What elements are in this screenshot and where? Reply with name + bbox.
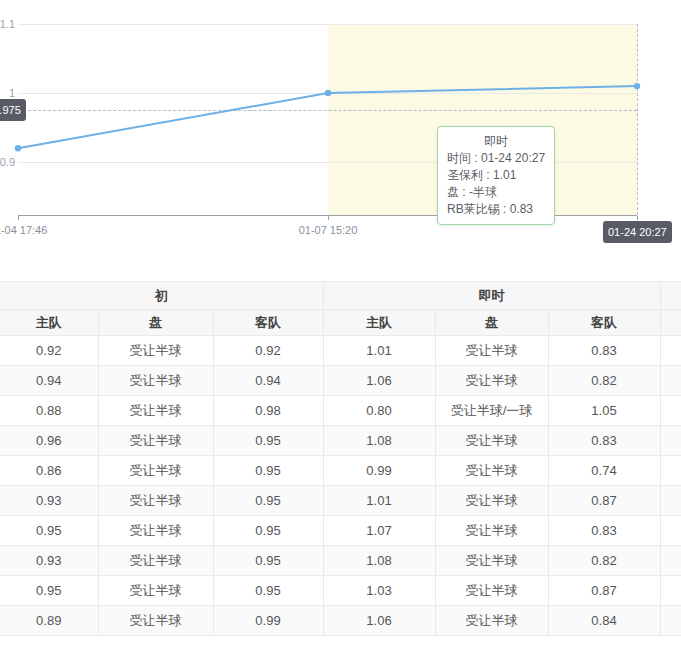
table-cell (660, 486, 681, 516)
y-grid-line (18, 93, 637, 94)
table-cell (660, 366, 681, 396)
table-cell: 受让半球 (435, 516, 548, 546)
group-header-live: 即时 (323, 282, 660, 310)
table-cell: 0.80 (323, 396, 435, 426)
table-cell: 0.94 (0, 366, 98, 396)
col-header-home-live: 主队 (323, 310, 435, 336)
table-cell: 0.87 (548, 576, 660, 606)
table-row: 0.88受让半球0.980.80受让半球/一球1.05 (0, 396, 681, 426)
table-row: 0.93受让半球0.951.08受让半球0.82 (0, 546, 681, 576)
odds-table: 初 即时 主队 盘 客队 主队 盘 客队 0.92受让半球0.921.01受让半… (0, 281, 681, 636)
table-cell: 0.87 (548, 486, 660, 516)
table-cell (660, 516, 681, 546)
y-grid-line (18, 24, 637, 25)
table-cell: 1.01 (323, 336, 435, 366)
x-axis-tick (637, 216, 638, 220)
table-cell: 0.74 (548, 456, 660, 486)
table-cell: 0.83 (548, 336, 660, 366)
table-cell: 受让半球 (435, 426, 548, 456)
group-header-initial: 初 (0, 282, 323, 310)
table-cell: 受让半球 (435, 336, 548, 366)
table-cell (660, 396, 681, 426)
x-axis-label-middle: 01-07 15:20 (278, 224, 378, 236)
table-cell: 0.84 (548, 606, 660, 636)
table-cell: 0.88 (0, 396, 98, 426)
table-cell: 0.83 (548, 516, 660, 546)
table-cell (660, 336, 681, 366)
table-cell: 0.94 (213, 366, 323, 396)
chart-tooltip: 即时 时间 : 01-24 20:27 圣保利 : 1.01 盘 : -半球 R… (437, 126, 555, 225)
table-cell: 受让半球 (435, 486, 548, 516)
table-cell: 受让半球 (98, 366, 213, 396)
table-cell (660, 546, 681, 576)
odds-history-panel: 1.1 1 0.9 0.975 01-04 17:46 01-07 15:20 … (0, 0, 681, 647)
table-cell: 1.03 (323, 576, 435, 606)
table-cell: 1.01 (323, 486, 435, 516)
table-cell: 0.83 (548, 426, 660, 456)
x-axis-label-start: 01-04 17:46 (0, 224, 68, 236)
table-cell: 0.99 (213, 606, 323, 636)
table-cell: 1.06 (323, 606, 435, 636)
table-cell: 受让半球 (98, 396, 213, 426)
table-cell: 受让半球 (98, 426, 213, 456)
data-point-marker[interactable] (15, 145, 21, 151)
table-cell (660, 576, 681, 606)
table-cell: 0.95 (213, 426, 323, 456)
odds-table-wrap: 初 即时 主队 盘 客队 主队 盘 客队 0.92受让半球0.921.01受让半… (0, 281, 681, 636)
table-cell (660, 456, 681, 486)
x-axis-pointer-badge: 01-24 20:27 (603, 221, 672, 243)
table-cell: 1.08 (323, 426, 435, 456)
y-axis-tick-label: 0.9 (0, 156, 15, 168)
table-row: 0.89受让半球0.991.06受让半球0.84 (0, 606, 681, 636)
table-row: 0.93受让半球0.951.01受让半球0.87 (0, 486, 681, 516)
table-cell (660, 606, 681, 636)
table-cell: 受让半球 (435, 606, 548, 636)
col-header-cut (660, 310, 681, 336)
table-cell: 受让半球 (98, 486, 213, 516)
table-group-header-row: 初 即时 (0, 282, 681, 310)
table-cell: 受让半球 (435, 456, 548, 486)
table-cell: 0.95 (0, 516, 98, 546)
table-cell (660, 426, 681, 456)
tooltip-line: RB莱比锡 : 0.83 (447, 201, 545, 218)
table-row: 0.86受让半球0.950.99受让半球0.74 (0, 456, 681, 486)
table-row: 0.95受让半球0.951.07受让半球0.83 (0, 516, 681, 546)
col-header-handicap-initial: 盘 (98, 310, 213, 336)
table-cell: 1.08 (323, 546, 435, 576)
table-cell: 1.05 (548, 396, 660, 426)
table-cell: 0.95 (213, 456, 323, 486)
x-axis-tick (18, 216, 19, 220)
crosshair-vertical-line (637, 24, 638, 215)
tooltip-title: 即时 (447, 133, 545, 150)
crosshair-horizontal-line (18, 110, 637, 111)
table-cell: 0.99 (323, 456, 435, 486)
y-axis-pointer-badge: 0.975 (0, 99, 26, 121)
table-row: 0.94受让半球0.941.06受让半球0.82 (0, 366, 681, 396)
table-cell: 受让半球 (98, 456, 213, 486)
x-axis-tick (328, 216, 329, 220)
table-cell: 受让半球 (435, 366, 548, 396)
table-cell: 0.96 (0, 426, 98, 456)
table-cell: 受让半球/一球 (435, 396, 548, 426)
table-row: 0.92受让半球0.921.01受让半球0.83 (0, 336, 681, 366)
group-header-cut (660, 282, 681, 310)
y-axis-tick-label: 1.1 (0, 18, 15, 30)
table-cell: 0.92 (213, 336, 323, 366)
table-cell: 0.93 (0, 546, 98, 576)
tooltip-line: 时间 : 01-24 20:27 (447, 150, 545, 167)
table-cell: 受让半球 (98, 516, 213, 546)
col-header-away-live: 客队 (548, 310, 660, 336)
odds-line-chart: 1.1 1 0.9 0.975 01-04 17:46 01-07 15:20 … (0, 0, 681, 260)
table-cell: 0.95 (213, 516, 323, 546)
table-cell: 0.95 (213, 486, 323, 516)
y-axis-tick-label: 1 (0, 87, 15, 99)
table-cell: 0.82 (548, 366, 660, 396)
tooltip-line: 盘 : -半球 (447, 184, 545, 201)
table-row: 0.95受让半球0.951.03受让半球0.87 (0, 576, 681, 606)
table-cell: 0.93 (0, 486, 98, 516)
table-cell: 受让半球 (98, 576, 213, 606)
col-header-away-initial: 客队 (213, 310, 323, 336)
table-cell: 受让半球 (98, 546, 213, 576)
table-cell: 0.86 (0, 456, 98, 486)
table-cell: 0.82 (548, 546, 660, 576)
